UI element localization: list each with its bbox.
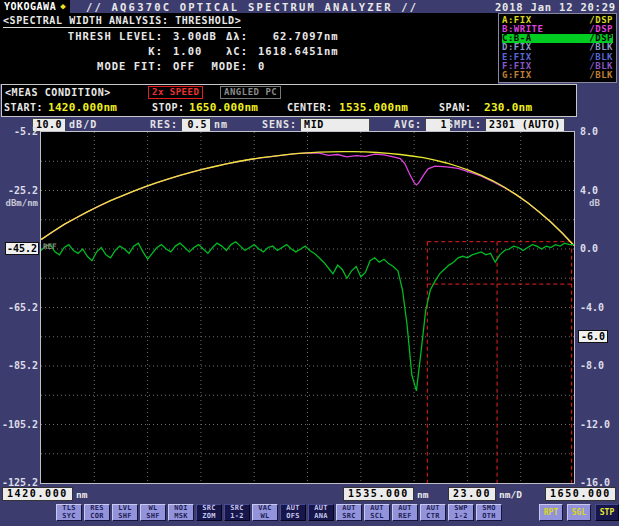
x-center-value: 1535.000 <box>343 487 414 501</box>
smpl-label: SMPL: <box>447 119 482 130</box>
avg-label: AVG: <box>394 119 422 130</box>
result-value: 62.7097nm <box>258 30 339 42</box>
yokogawa-logo: YOKOGAWA ◆ <box>0 0 70 13</box>
average-group: AVG: 1 <box>394 117 451 132</box>
span-value: 230.0nm <box>484 101 532 114</box>
softkey-smo-oth[interactable]: SMOOTH <box>476 504 502 521</box>
softkey-line2: OFS <box>286 513 300 521</box>
title-bar: YOKOGAWA ◆ // AQ6370C OPTICAL SPECTRUM A… <box>0 0 619 13</box>
datetime: 2018 Jan 12 20:29 <box>495 1 616 13</box>
logo-diamond-icon: ◆ <box>60 2 66 11</box>
softkey-aut-ref[interactable]: AUTREF <box>392 504 418 521</box>
y-axis-right-label: -4.0 <box>580 302 604 313</box>
softkey-noi-msk[interactable]: NOIMSK <box>168 504 194 521</box>
y-axis-left-label: -65.2 <box>0 302 38 313</box>
softkey-line2: 1-2 <box>454 513 468 521</box>
instrument-title: // AQ6370C OPTICAL SPECTRUM ANALYZER // <box>86 1 418 13</box>
y-axis-right-label: -12.0 <box>580 419 610 430</box>
softkey-lvl-shf[interactable]: LVLSHF <box>112 504 138 521</box>
y-axis-left-label: -5.2 <box>0 126 38 137</box>
trace-a-line <box>41 152 574 246</box>
spectrum-plot: REF <box>40 131 575 484</box>
softkey-line2: MSK <box>174 513 188 521</box>
trace-b-line <box>41 153 574 246</box>
run-key-stp[interactable]: STP <box>595 504 619 521</box>
y-axis-left-label: -25.2 <box>0 185 38 196</box>
start-label: START: <box>4 102 43 113</box>
angled-pc-badge: ANGLED PC <box>220 86 281 99</box>
softkey-aut-scl[interactable]: AUTSCL <box>364 504 390 521</box>
speed-badge: 2x SPEED <box>148 86 203 99</box>
res-label: RES: <box>150 119 178 130</box>
softkey-aut-src[interactable]: AUTSRC <box>336 504 362 521</box>
softkey-bar: TLSSYCRESCORLVLSHFWLSHFNOIMSKSRCZOMSRC1-… <box>56 504 502 521</box>
level-scale-unit: dB/D <box>69 119 97 130</box>
softkey-swp-1-2[interactable]: SWP1-2 <box>448 504 474 521</box>
softkey-src-1-2[interactable]: SRC1-2 <box>224 504 250 521</box>
analysis-rows: THRESH LEVEL:3.00dBΔλ: 62.7097nmK:1.00λC… <box>0 30 498 75</box>
sensitivity-group: SENS: MID <box>262 117 370 132</box>
softkey-aut-ofs[interactable]: AUTOFS <box>280 504 306 521</box>
y-axis-right-label: 4.0 <box>580 185 598 196</box>
x-axis-center-group: 1535.000 nm <box>343 487 428 501</box>
run-key-rpt[interactable]: RPT <box>539 504 563 521</box>
y-axis-left-unit: dBm/nm <box>0 198 38 208</box>
resolution-group: RES: 0.5 nm <box>150 117 228 132</box>
y-axis-right-unit: dB <box>589 198 600 208</box>
param-label: THRESH LEVEL: <box>0 30 163 42</box>
analysis-panel: <SPECTRAL WIDTH ANALYSIS: THRESHOLD> THR… <box>0 13 498 84</box>
result-label: MODE: <box>178 60 248 72</box>
y-axis-left-label: -105.2 <box>0 419 38 430</box>
softkey-line2: ANA <box>314 513 328 521</box>
softkey-tls-syc[interactable]: TLSSYC <box>56 504 82 521</box>
sens-value: MID <box>300 118 370 132</box>
result-label: Δλ: <box>178 30 248 42</box>
x-center-unit: nm <box>417 489 428 500</box>
span-label: SPAN: <box>439 102 472 113</box>
start-value: 1420.000nm <box>48 101 117 114</box>
softkey-line2: SCL <box>370 513 384 521</box>
x-scale-unit: nm/D <box>499 489 522 500</box>
softkey-line2: SRC <box>342 513 356 521</box>
x-axis-scale-group: 23.00 nm/D <box>448 487 522 501</box>
analysis-header: <SPECTRAL WIDTH ANALYSIS: THRESHOLD> <box>3 15 241 28</box>
x-start-unit: nm <box>76 489 87 500</box>
meas-condition-header: <MEAS CONDITION> <box>5 87 111 98</box>
softkey-wl-shf[interactable]: WLSHF <box>140 504 166 521</box>
softkey-aut-ana[interactable]: AUTANA <box>308 504 334 521</box>
y-axis-right-label: -8.0 <box>580 360 604 371</box>
meas-condition-panel: <MEAS CONDITION> 2x SPEED ANGLED PC STAR… <box>1 84 577 117</box>
softkey-line2: CTR <box>426 513 440 521</box>
softkey-src-zom[interactable]: SRCZOM <box>196 504 222 521</box>
y-axis-right-label: 0.0 <box>580 243 598 254</box>
analysis-row-2: MODE FIT:OFFMODE:0 <box>0 60 498 75</box>
result-value: 0 <box>258 60 265 72</box>
x-start-value: 1420.000 <box>2 487 73 501</box>
trace-status-panel: A:FIX/DSPB:WRITE/DSPC:B-A/DSPD:FIX/BLKE:… <box>498 13 617 83</box>
softkey-line2: REF <box>398 513 412 521</box>
res-unit: nm <box>214 119 228 130</box>
res-value: 0.5 <box>181 118 211 132</box>
analysis-row-0: THRESH LEVEL:3.00dBΔλ: 62.7097nm <box>0 30 498 45</box>
trace-display-status: /BLK <box>589 71 613 80</box>
spectrum-plot-svg <box>41 132 574 483</box>
softkey-vac-wl[interactable]: VACWL <box>252 504 278 521</box>
stop-label: STOP: <box>152 102 185 113</box>
run-key-sgl[interactable]: SGL <box>567 504 591 521</box>
y-axis-left-label: -45.2 <box>0 243 38 254</box>
logo-text: YOKOGAWA <box>4 1 56 12</box>
softkey-res-cor[interactable]: RESCOR <box>84 504 110 521</box>
softkey-line2: SYC <box>62 513 76 521</box>
center-value: 1535.000nm <box>339 101 408 114</box>
level-scale-group: 10.0 dB/D <box>32 117 97 132</box>
x-axis-stop-group: 1650.000 nm <box>545 487 619 501</box>
trace-row-g[interactable]: G:FIX/BLK <box>502 71 613 80</box>
x-scale-value: 23.00 <box>448 487 496 501</box>
softkey-line2: SHF <box>118 513 132 521</box>
osa-screen: YOKOGAWA ◆ // AQ6370C OPTICAL SPECTRUM A… <box>0 0 619 526</box>
softkey-line2: 1-2 <box>230 513 244 521</box>
softkey-aut-ctr[interactable]: AUTCTR <box>420 504 446 521</box>
x-axis-start-group: 1420.000 nm <box>2 487 87 501</box>
softkey-line2: COR <box>90 513 104 521</box>
result-label: λC: <box>178 45 248 57</box>
